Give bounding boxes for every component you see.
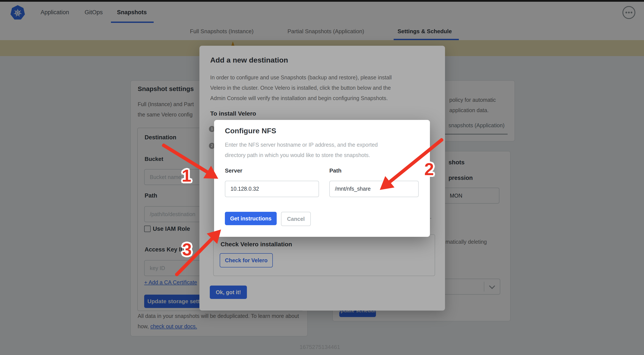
nfs-modal-title: Configure NFS (225, 127, 276, 135)
configure-nfs-modal: Configure NFS Enter the NFS server hostn… (214, 120, 430, 237)
annotation-number-3: 3 (182, 241, 192, 258)
get-instructions-button[interactable]: Get instructions (225, 212, 277, 225)
app-window: Application GitOps Snapshots Full Snapsh… (0, 0, 644, 355)
nfs-path-input[interactable] (329, 181, 419, 197)
annotation-number-1: 1 (182, 167, 192, 184)
annotation-number-2: 2 (424, 160, 434, 178)
server-input[interactable] (225, 181, 319, 197)
cancel-button[interactable]: Cancel (281, 212, 311, 226)
server-label: Server (225, 167, 242, 174)
nfs-desc-line1: Enter the NFS server hostname or IP addr… (225, 142, 378, 148)
nfs-path-label: Path (329, 167, 342, 174)
nfs-desc-line2: directory path in which you would like t… (225, 152, 370, 158)
